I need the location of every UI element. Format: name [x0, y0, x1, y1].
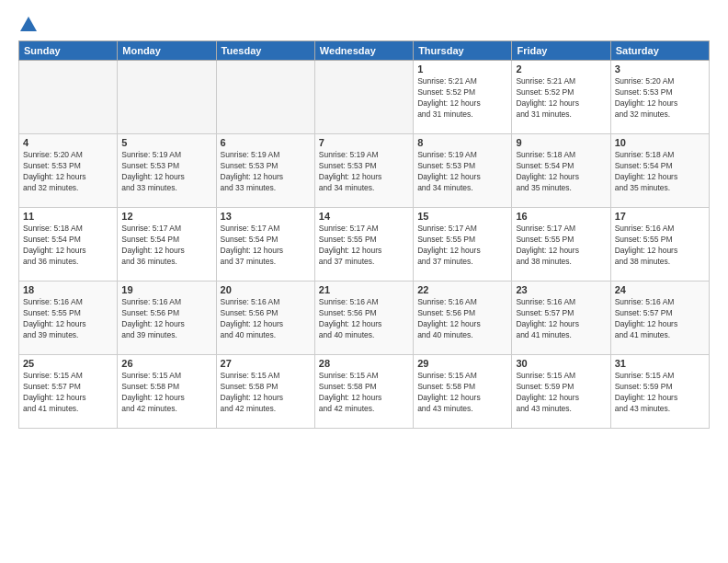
page: Sunday Monday Tuesday Wednesday Thursday…	[0, 0, 728, 563]
day-number: 8	[417, 137, 507, 148]
calendar-cell: 11Sunrise: 5:18 AM Sunset: 5:54 PM Dayli…	[19, 208, 118, 282]
col-thursday: Thursday	[414, 41, 512, 61]
calendar-week-1: 1Sunrise: 5:21 AM Sunset: 5:52 PM Daylig…	[19, 61, 710, 134]
calendar-cell: 16Sunrise: 5:17 AM Sunset: 5:55 PM Dayli…	[512, 208, 610, 282]
calendar-cell	[118, 61, 216, 134]
day-info: Sunrise: 5:16 AM Sunset: 5:55 PM Dayligh…	[23, 297, 113, 341]
day-number: 7	[319, 137, 409, 148]
day-info: Sunrise: 5:15 AM Sunset: 5:58 PM Dayligh…	[319, 371, 409, 415]
calendar-week-5: 25Sunrise: 5:15 AM Sunset: 5:57 PM Dayli…	[19, 355, 710, 429]
day-info: Sunrise: 5:20 AM Sunset: 5:53 PM Dayligh…	[23, 150, 113, 194]
day-info: Sunrise: 5:20 AM Sunset: 5:53 PM Dayligh…	[615, 76, 705, 121]
day-number: 3	[615, 63, 705, 75]
day-info: Sunrise: 5:15 AM Sunset: 5:58 PM Dayligh…	[417, 371, 507, 415]
day-info: Sunrise: 5:15 AM Sunset: 5:58 PM Dayligh…	[221, 371, 311, 415]
calendar-cell: 30Sunrise: 5:15 AM Sunset: 5:59 PM Dayli…	[512, 355, 610, 429]
day-number: 1	[417, 63, 507, 75]
day-number: 6	[221, 137, 311, 148]
day-number: 10	[615, 137, 705, 148]
logo-triangle-icon	[20, 17, 37, 31]
day-number: 22	[417, 284, 507, 295]
col-tuesday: Tuesday	[216, 41, 314, 61]
day-number: 24	[615, 284, 705, 295]
calendar-cell: 2Sunrise: 5:21 AM Sunset: 5:52 PM Daylig…	[512, 61, 610, 134]
calendar-cell: 1Sunrise: 5:21 AM Sunset: 5:52 PM Daylig…	[414, 61, 512, 134]
day-number: 25	[23, 358, 113, 369]
day-info: Sunrise: 5:17 AM Sunset: 5:54 PM Dayligh…	[221, 224, 311, 268]
day-info: Sunrise: 5:16 AM Sunset: 5:56 PM Dayligh…	[221, 297, 311, 341]
day-info: Sunrise: 5:15 AM Sunset: 5:59 PM Dayligh…	[615, 371, 705, 415]
day-number: 31	[615, 358, 705, 369]
calendar-cell: 10Sunrise: 5:18 AM Sunset: 5:54 PM Dayli…	[610, 134, 709, 208]
day-info: Sunrise: 5:19 AM Sunset: 5:53 PM Dayligh…	[417, 150, 507, 194]
day-info: Sunrise: 5:18 AM Sunset: 5:54 PM Dayligh…	[516, 150, 606, 194]
day-number: 17	[615, 211, 705, 222]
calendar-cell: 26Sunrise: 5:15 AM Sunset: 5:58 PM Dayli…	[118, 355, 216, 429]
day-number: 27	[221, 358, 311, 369]
day-info: Sunrise: 5:17 AM Sunset: 5:54 PM Dayligh…	[121, 224, 211, 268]
calendar-cell: 22Sunrise: 5:16 AM Sunset: 5:56 PM Dayli…	[414, 282, 512, 355]
day-info: Sunrise: 5:17 AM Sunset: 5:55 PM Dayligh…	[516, 224, 606, 268]
day-number: 21	[319, 284, 409, 295]
day-info: Sunrise: 5:16 AM Sunset: 5:57 PM Dayligh…	[615, 297, 705, 341]
calendar-cell: 9Sunrise: 5:18 AM Sunset: 5:54 PM Daylig…	[512, 134, 610, 208]
day-info: Sunrise: 5:15 AM Sunset: 5:57 PM Dayligh…	[23, 371, 113, 415]
day-number: 26	[121, 358, 211, 369]
calendar-cell: 27Sunrise: 5:15 AM Sunset: 5:58 PM Dayli…	[216, 355, 314, 429]
day-info: Sunrise: 5:18 AM Sunset: 5:54 PM Dayligh…	[615, 150, 705, 194]
day-number: 14	[319, 211, 409, 222]
col-sunday: Sunday	[19, 41, 118, 61]
col-friday: Friday	[512, 41, 610, 61]
calendar-cell: 14Sunrise: 5:17 AM Sunset: 5:55 PM Dayli…	[314, 208, 413, 282]
calendar-cell: 17Sunrise: 5:16 AM Sunset: 5:55 PM Dayli…	[610, 208, 709, 282]
col-saturday: Saturday	[610, 41, 709, 61]
calendar-cell: 18Sunrise: 5:16 AM Sunset: 5:55 PM Dayli…	[19, 282, 118, 355]
calendar-cell: 3Sunrise: 5:20 AM Sunset: 5:53 PM Daylig…	[610, 61, 709, 134]
day-number: 13	[221, 211, 311, 222]
calendar-cell: 29Sunrise: 5:15 AM Sunset: 5:58 PM Dayli…	[414, 355, 512, 429]
logo	[18, 17, 37, 33]
calendar-week-4: 18Sunrise: 5:16 AM Sunset: 5:55 PM Dayli…	[19, 282, 710, 355]
calendar-cell	[216, 61, 314, 134]
day-info: Sunrise: 5:16 AM Sunset: 5:56 PM Dayligh…	[121, 297, 211, 341]
day-info: Sunrise: 5:15 AM Sunset: 5:59 PM Dayligh…	[516, 371, 606, 415]
day-number: 18	[23, 284, 113, 295]
day-number: 20	[221, 284, 311, 295]
calendar-cell: 23Sunrise: 5:16 AM Sunset: 5:57 PM Dayli…	[512, 282, 610, 355]
calendar-header: Sunday Monday Tuesday Wednesday Thursday…	[19, 41, 710, 61]
day-number: 12	[121, 211, 211, 222]
day-number: 19	[121, 284, 211, 295]
calendar-cell: 5Sunrise: 5:19 AM Sunset: 5:53 PM Daylig…	[118, 134, 216, 208]
day-info: Sunrise: 5:17 AM Sunset: 5:55 PM Dayligh…	[417, 224, 507, 268]
day-number: 28	[319, 358, 409, 369]
calendar-week-2: 4Sunrise: 5:20 AM Sunset: 5:53 PM Daylig…	[19, 134, 710, 208]
day-info: Sunrise: 5:21 AM Sunset: 5:52 PM Dayligh…	[417, 76, 507, 121]
calendar-cell	[314, 61, 413, 134]
col-monday: Monday	[118, 41, 216, 61]
day-info: Sunrise: 5:15 AM Sunset: 5:58 PM Dayligh…	[121, 371, 211, 415]
day-number: 5	[121, 137, 211, 148]
day-number: 4	[23, 137, 113, 148]
day-number: 15	[417, 211, 507, 222]
calendar-body: 1Sunrise: 5:21 AM Sunset: 5:52 PM Daylig…	[19, 61, 710, 429]
calendar-cell: 4Sunrise: 5:20 AM Sunset: 5:53 PM Daylig…	[19, 134, 118, 208]
day-number: 9	[516, 137, 606, 148]
calendar-cell: 20Sunrise: 5:16 AM Sunset: 5:56 PM Dayli…	[216, 282, 314, 355]
day-info: Sunrise: 5:16 AM Sunset: 5:57 PM Dayligh…	[516, 297, 606, 341]
calendar-cell: 19Sunrise: 5:16 AM Sunset: 5:56 PM Dayli…	[118, 282, 216, 355]
day-number: 16	[516, 211, 606, 222]
calendar-table: Sunday Monday Tuesday Wednesday Thursday…	[18, 40, 710, 429]
header	[18, 17, 710, 33]
day-info: Sunrise: 5:19 AM Sunset: 5:53 PM Dayligh…	[319, 150, 409, 194]
day-info: Sunrise: 5:18 AM Sunset: 5:54 PM Dayligh…	[23, 224, 113, 268]
calendar-cell: 21Sunrise: 5:16 AM Sunset: 5:56 PM Dayli…	[314, 282, 413, 355]
calendar-cell: 7Sunrise: 5:19 AM Sunset: 5:53 PM Daylig…	[314, 134, 413, 208]
calendar-cell: 28Sunrise: 5:15 AM Sunset: 5:58 PM Dayli…	[314, 355, 413, 429]
calendar-week-3: 11Sunrise: 5:18 AM Sunset: 5:54 PM Dayli…	[19, 208, 710, 282]
calendar-cell: 24Sunrise: 5:16 AM Sunset: 5:57 PM Dayli…	[610, 282, 709, 355]
calendar-cell: 8Sunrise: 5:19 AM Sunset: 5:53 PM Daylig…	[414, 134, 512, 208]
day-info: Sunrise: 5:16 AM Sunset: 5:55 PM Dayligh…	[615, 224, 705, 268]
calendar-cell: 13Sunrise: 5:17 AM Sunset: 5:54 PM Dayli…	[216, 208, 314, 282]
calendar-cell: 25Sunrise: 5:15 AM Sunset: 5:57 PM Dayli…	[19, 355, 118, 429]
svg-marker-0	[20, 17, 37, 31]
